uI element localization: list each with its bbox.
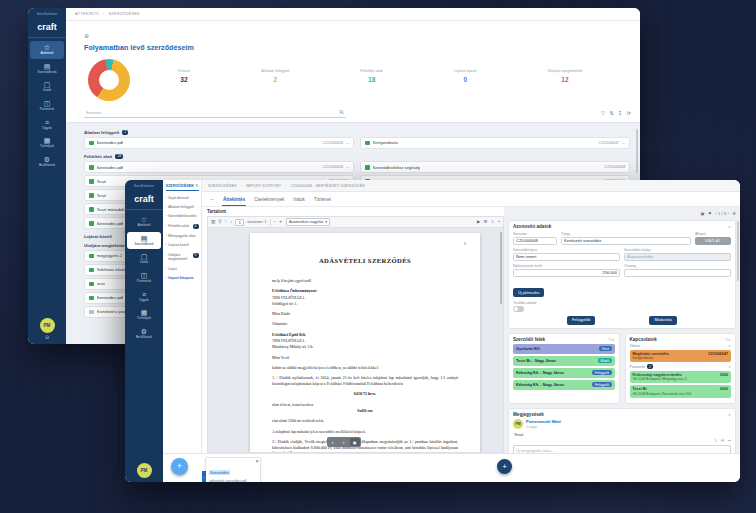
party-chip[interactable]: Gyulavári Kft. Vevő xyxy=(513,344,615,354)
pager-prev-icon[interactable]: ‹ xyxy=(715,211,716,216)
contract-row[interactable]: Kertgondozás C25/000047→ xyxy=(360,137,630,149)
linked-contract-chip[interactable]: Megbízási szerződésC23/000047 Kertgondoz… xyxy=(630,350,732,363)
back-arrow-icon[interactable]: ← xyxy=(209,196,215,202)
scrollbar[interactable] xyxy=(636,129,639,173)
zoom-select[interactable]: Automatikus nagyítás ▾ xyxy=(286,218,330,226)
party-chip[interactable]: Teszt Bt. - Nagy János Eladó xyxy=(513,356,615,366)
nav-item-partnerek[interactable]: ◫ Partnerek xyxy=(30,97,64,115)
sidebar-item-lejarat-kozeli[interactable]: › Lejárat közeli xyxy=(166,241,199,250)
drawer-handle[interactable]: ⋮ xyxy=(202,471,206,482)
page-number-input[interactable]: 1 xyxy=(235,219,244,226)
sorszam-field[interactable]: C25/000048 xyxy=(513,237,557,246)
next-page-button[interactable]: › xyxy=(339,438,349,446)
close-icon[interactable]: × xyxy=(256,459,259,464)
print-icon[interactable]: ⊞ xyxy=(484,220,488,224)
presentation-icon[interactable]: ▶ xyxy=(477,220,480,224)
osszeg-field[interactable] xyxy=(624,269,731,278)
thumbnail-view-button[interactable]: ▣ xyxy=(350,438,360,446)
tab[interactable]: Történet xyxy=(313,192,332,206)
contract-row[interactable]: Szerzodes.pdf C25/000016→ xyxy=(84,161,354,173)
nav-item-szerzodesek[interactable]: ▤ Szerződések xyxy=(30,60,64,78)
open-arrow-icon[interactable]: → xyxy=(621,141,625,145)
scrollbar[interactable] xyxy=(500,232,503,304)
prev-page-button[interactable]: ‹ xyxy=(328,438,338,446)
szerzodestipus-field[interactable]: Nem ismert xyxy=(513,253,620,262)
nav-item-attekinto[interactable]: ☆ Áttekintő xyxy=(127,213,161,231)
collapse-icon[interactable]: ∨ xyxy=(728,337,731,342)
flag-icon[interactable]: ⚑ xyxy=(708,211,712,216)
download-icon[interactable]: ⇩ xyxy=(491,220,495,224)
comment-author[interactable]: Pomeranczki Máté xyxy=(526,419,561,424)
mail-icon[interactable]: ✉ xyxy=(721,438,724,443)
edit-icon[interactable]: ✎ xyxy=(714,438,717,443)
user-avatar[interactable]: PM xyxy=(40,318,55,333)
contract-row[interactable]: Szerzodes.pdf C25/000018→ xyxy=(84,137,354,149)
nav-item-iratok[interactable]: ▢ Iratok xyxy=(127,250,161,268)
nav-item-attekinto[interactable]: ☆ Áttekintő xyxy=(30,41,64,59)
logout-icon[interactable]: ⊙ xyxy=(45,335,49,340)
contract-row[interactable]: Szerződésekhez segítség C25/000058→ xyxy=(360,161,630,173)
add-button-navy[interactable]: + xyxy=(497,459,512,474)
partner-chip[interactable]: Teszt Bt3000 HU-1108 Budapest, Rozsomák … xyxy=(630,385,732,398)
gear-icon[interactable]: ⚙ xyxy=(732,211,736,216)
sidebar-toggle-icon[interactable]: ▥ xyxy=(211,220,215,225)
sidebar-item-ellenjegyzes-alatt[interactable]: › Ellenjegyzés alatt xyxy=(166,232,199,241)
reply-icon[interactable]: ↩ xyxy=(728,438,731,443)
next-page-icon[interactable]: ↓ xyxy=(230,220,232,225)
sidebar-item-utoljara-megtekintett[interactable]: › Utoljára megtekintett 5 xyxy=(166,250,199,264)
zoom-in-icon[interactable]: + xyxy=(279,220,282,225)
sidebar-item-import-kozpont[interactable]: › Import központ xyxy=(166,273,199,282)
refresh-icon[interactable]: ⟳ xyxy=(627,110,631,116)
tab[interactable]: Áttekintés xyxy=(222,192,246,206)
party-chip[interactable]: Kékvirág Kft. - Nagy János Felügyelő xyxy=(513,380,615,390)
export-icon[interactable]: ↧ xyxy=(618,110,622,116)
ertek-field[interactable]: 256 000 xyxy=(513,269,620,278)
comment-input[interactable]: Új megjegyzés írása... ◢ xyxy=(513,445,731,453)
tab[interactable]: Cselekmények xyxy=(253,192,285,206)
prev-page-icon[interactable]: ↑ xyxy=(225,220,227,225)
open-file-chip[interactable]: Szerződés adásvételi szerzodes.pdf × xyxy=(205,457,261,482)
nav-item-szerzodesek[interactable]: ▤ Szerződések xyxy=(127,232,161,250)
breadcrumb-item[interactable]: Import központ xyxy=(246,184,286,188)
sort-icon[interactable]: ⇅ xyxy=(609,110,613,116)
status-badge[interactable]: VÁZLAT xyxy=(695,237,731,246)
new-item-button[interactable]: Új pótmunka xyxy=(513,288,544,297)
open-arrow-icon[interactable]: → xyxy=(345,141,349,145)
sidebar-item-altalam-felugyelt[interactable]: › Általam felügyelt xyxy=(166,202,199,211)
chevron-down-icon[interactable]: ∨ xyxy=(728,365,731,369)
user-avatar[interactable]: PM xyxy=(137,463,152,478)
chevron-down-icon[interactable]: ∨ xyxy=(728,344,731,348)
party-chip[interactable]: Kékvirág Kft. - Nagy János Felügyelő xyxy=(513,368,615,378)
tab[interactable]: Iratok xyxy=(292,192,306,206)
more-data-toggle[interactable] xyxy=(513,306,524,312)
breadcrumb-item[interactable]: Szerződések xyxy=(208,184,242,188)
sidebar-item-lejart[interactable]: › Lejárt xyxy=(166,264,199,273)
action-button[interactable]: Felügyelők xyxy=(567,316,595,325)
sidebar-item-szerzodeskezeles[interactable]: › Szerződéskezelés xyxy=(166,212,199,221)
breadcrumb-item[interactable]: Áttekintő xyxy=(75,12,104,16)
nav-item-tarhelyek[interactable]: ▦ Tárhelyek xyxy=(127,306,161,324)
nav-item-iratok[interactable]: ▢ Iratok xyxy=(30,78,64,96)
collapse-icon[interactable]: ∨ xyxy=(612,337,615,342)
more-tools-icon[interactable]: » xyxy=(498,220,500,224)
nav-item-ugyek[interactable]: ≡ Ügyek xyxy=(30,116,64,134)
nav-item-partnerek[interactable]: ◫ Partnerek xyxy=(127,269,161,287)
nav-item-beallitasok[interactable]: ⚙ Beállítások xyxy=(30,153,64,171)
zoom-out-icon[interactable]: − xyxy=(274,220,277,225)
scrollbar[interactable] xyxy=(737,221,740,281)
nav-item-ugyek[interactable]: ≡ Ügyek xyxy=(127,288,161,306)
action-button[interactable]: Módosítás xyxy=(649,316,677,325)
breadcrumb-item[interactable]: Szerződések xyxy=(108,12,140,16)
pager-next-icon[interactable]: › xyxy=(727,211,728,216)
search-input[interactable]: Keresés ⚲ xyxy=(84,109,346,118)
duplicate-icon[interactable]: ▣ xyxy=(701,211,705,216)
breadcrumb-item[interactable]: C25/000048 - Kertészeti szerződés xyxy=(290,184,364,188)
collapse-icon[interactable]: ∨ xyxy=(728,412,731,417)
targy-field[interactable]: Kertészeti szerződés xyxy=(561,237,691,246)
pdf-viewer[interactable]: 1 ADÁSVÉTELI SZERZŐDÉS mely létrejött eg… xyxy=(207,228,504,453)
open-arrow-icon[interactable]: → xyxy=(345,165,349,169)
add-button-light[interactable]: + xyxy=(171,458,188,475)
expand-icon[interactable]: ⊕ xyxy=(84,33,89,39)
nav-item-beallitasok[interactable]: ⚙ Beállítások xyxy=(127,325,161,343)
find-icon[interactable]: ⚲ xyxy=(218,220,221,225)
